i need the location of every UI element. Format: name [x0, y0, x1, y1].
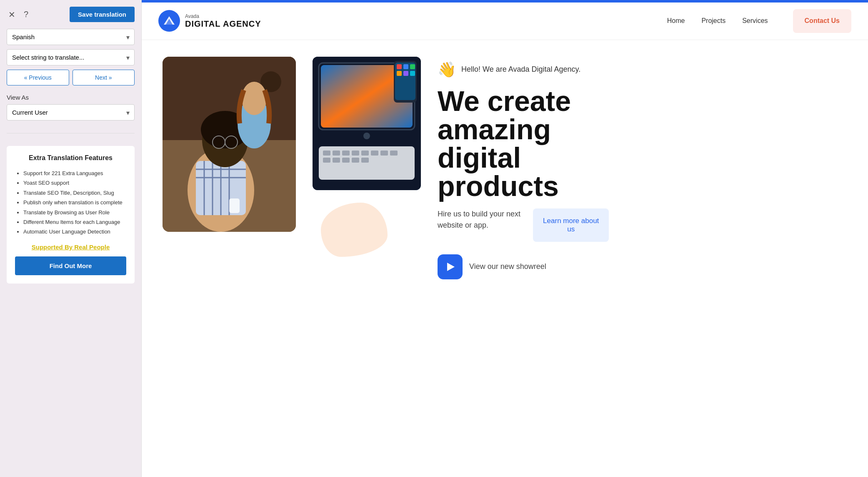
hero-headline: We create amazing digital products [438, 87, 847, 200]
showreel-row: View our new showreel [438, 254, 847, 279]
nav-services[interactable]: Services [742, 17, 768, 25]
learn-more-link[interactable]: Learn more aboutus [543, 217, 599, 233]
close-button[interactable]: ✕ [7, 8, 17, 21]
list-item: Translate SEO Title, Description, Slug [23, 188, 126, 198]
main-content: Avada DIGITAL AGENCY Home Projects Servi… [142, 0, 868, 477]
language-select-wrapper[interactable]: Spanish French German [7, 29, 135, 45]
save-translation-button[interactable]: Save translation [70, 7, 135, 22]
features-list: Support for 221 Extra Languages Yoast SE… [15, 168, 126, 237]
svg-rect-38 [352, 158, 359, 163]
nav-buttons: « Previous Next » [7, 70, 135, 85]
svg-rect-33 [380, 151, 388, 156]
features-title: Extra Translation Features [15, 154, 126, 162]
svg-rect-45 [397, 71, 402, 76]
svg-rect-18 [229, 198, 240, 213]
greeting-row: 👋 Hello! We are Avada Digital Agency. [438, 61, 847, 78]
site-nav: Avada DIGITAL AGENCY Home Projects Servi… [142, 3, 868, 40]
left-panel: ✕ ? Save translation Spanish French Germ… [0, 0, 142, 477]
hero-text: 👋 Hello! We are Avada Digital Agency. We… [438, 57, 847, 279]
divider [7, 133, 135, 133]
svg-rect-36 [333, 158, 340, 163]
headline-line4: products [438, 170, 559, 202]
svg-rect-29 [342, 151, 350, 156]
headline-line3: digital [438, 142, 521, 173]
prev-button[interactable]: « Previous [7, 70, 69, 85]
top-bar-left: ✕ ? [7, 8, 30, 21]
nav-home[interactable]: Home [667, 17, 685, 25]
nav-links: Home Projects Services [667, 17, 768, 25]
logo-text: Avada DIGITAL AGENCY [185, 13, 261, 29]
hero-images [163, 57, 296, 232]
svg-rect-27 [323, 151, 330, 156]
view-as-select-wrapper[interactable]: Current User Guest Admin [7, 104, 135, 121]
list-item: Support for 221 Extra Languages [23, 168, 126, 178]
list-item: Yoast SEO support [23, 178, 126, 188]
logo-area: Avada DIGITAL AGENCY [158, 10, 667, 32]
logo-subtitle: Avada [185, 13, 261, 19]
hero-section: 👋 Hello! We are Avada Digital Agency. We… [142, 40, 868, 477]
play-button[interactable] [438, 254, 463, 279]
nav-projects[interactable]: Projects [701, 17, 725, 25]
svg-point-20 [242, 82, 267, 115]
svg-rect-35 [323, 158, 330, 163]
svg-rect-39 [361, 158, 369, 163]
svg-rect-28 [333, 151, 340, 156]
help-button[interactable]: ? [22, 8, 30, 21]
learn-more-box: Learn more aboutus [533, 208, 609, 242]
hero-main-image [163, 57, 296, 232]
headline-line2: amazing [438, 113, 551, 145]
list-item: Different Menu Items for each Language [23, 217, 126, 227]
svg-rect-34 [390, 151, 398, 156]
language-select[interactable]: Spanish French German [7, 29, 135, 45]
string-select-wrapper[interactable]: Select string to translate... [7, 49, 135, 65]
hero-subtext: Hire us to build your nextwebsite or app… [438, 208, 520, 231]
list-item: Automatic User Language Detection [23, 227, 126, 236]
svg-rect-32 [371, 151, 378, 156]
play-icon [447, 263, 455, 271]
wave-emoji: 👋 [438, 61, 456, 78]
next-button[interactable]: Next » [73, 70, 135, 85]
hero-device-area [313, 57, 421, 257]
string-select[interactable]: Select string to translate... [7, 49, 135, 65]
blob-decoration [321, 203, 388, 257]
supported-by-text: Supported By Real People [15, 244, 126, 251]
top-bar: ✕ ? Save translation [7, 7, 135, 22]
svg-point-25 [363, 133, 370, 139]
svg-rect-42 [397, 64, 402, 69]
list-item: Translate by Browsing as User Role [23, 208, 126, 217]
view-as-label: View As [7, 94, 135, 101]
showreel-text: View our new showreel [469, 262, 546, 271]
device-image [313, 57, 421, 190]
find-out-more-button[interactable]: Find Out More [15, 256, 126, 275]
contact-button[interactable]: Contact Us [793, 9, 851, 33]
features-section: Extra Translation Features Support for 2… [7, 146, 135, 284]
logo-icon [158, 10, 180, 32]
list-item: Publish only when translation is complet… [23, 198, 126, 207]
svg-rect-30 [352, 151, 359, 156]
logo-title: DIGITAL AGENCY [185, 19, 261, 29]
view-as-select[interactable]: Current User Guest Admin [7, 104, 135, 121]
svg-rect-47 [410, 71, 415, 76]
svg-rect-44 [410, 64, 415, 69]
svg-rect-37 [342, 158, 350, 163]
greeting-text: Hello! We are Avada Digital Agency. [461, 65, 580, 74]
svg-rect-43 [403, 64, 408, 69]
svg-rect-31 [361, 151, 369, 156]
headline-line1: We create [438, 85, 571, 117]
svg-rect-46 [403, 71, 408, 76]
